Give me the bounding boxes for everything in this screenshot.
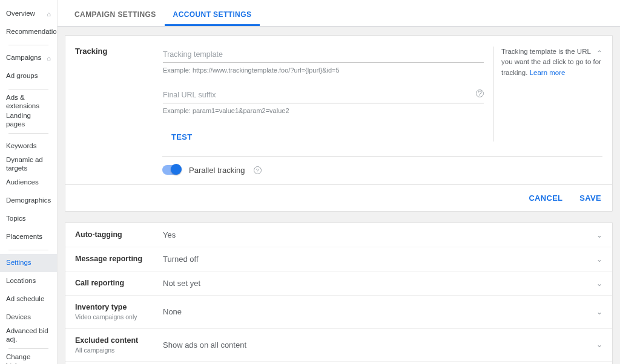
sidebar-item-label: Landing pages [6, 112, 51, 129]
sidebar-item-devices[interactable]: Devices [0, 308, 57, 327]
sidebar-item-campaigns[interactable]: Campaigns⌂ [0, 49, 57, 67]
test-button[interactable]: TEST [171, 132, 192, 141]
tab-bar: CAMPAIGN SETTINGS ACCOUNT SETTINGS [58, 0, 620, 27]
sidebar-item-label: Campaigns [6, 54, 41, 62]
sidebar-item-overview[interactable]: Overview⌂ [0, 5, 57, 23]
sidebar-item-locations[interactable]: Locations [0, 272, 57, 290]
tracking-template-example: Example: https://www.trackingtemplate.fo… [163, 67, 484, 74]
action-bar: CANCEL SAVE [65, 184, 612, 211]
tracking-card: Tracking Example: https://www.trackingte… [65, 35, 613, 212]
sidebar-item-label: Placements [6, 233, 42, 241]
tab-account-settings[interactable]: ACCOUNT SETTINGS [165, 10, 260, 26]
sidebar-item-label: Ad schedule [6, 295, 44, 304]
sidebar-item-label: Topics [6, 215, 26, 223]
final-url-suffix-example: Example: param1=value1&param2=value2 [163, 107, 484, 114]
main-pane: CAMPAIGN SETTINGS ACCOUNT SETTINGS Track… [58, 0, 620, 364]
settings-list: Auto-taggingYes⌄Message reportingTurned … [65, 223, 613, 364]
cancel-button[interactable]: CANCEL [529, 193, 562, 203]
sidebar-item-settings[interactable]: Settings [0, 254, 57, 272]
sidebar-item-placements[interactable]: Placements [0, 228, 57, 246]
setting-sub: All campaigns [75, 346, 163, 354]
setting-name: Inventory typeVideo campaigns only [75, 303, 163, 321]
chevron-down-icon: ⌄ [596, 231, 602, 239]
collapse-icon[interactable]: ⌃ [596, 48, 602, 59]
sidebar-item-label: Ad groups [6, 72, 38, 80]
parallel-tracking-toggle[interactable] [162, 165, 180, 175]
final-url-suffix-input[interactable] [163, 87, 484, 103]
setting-row-message-reporting[interactable]: Message reportingTurned off⌄ [65, 247, 612, 271]
sidebar-item-label: Dynamic ad targets [6, 156, 51, 173]
setting-name: Call reporting [75, 279, 163, 288]
sidebar-item-ad-schedule[interactable]: Ad schedule [0, 290, 57, 308]
setting-value: Yes [163, 230, 596, 239]
sidebar-item-advanced-bid-adj-[interactable]: Advanced bid adj. [0, 327, 57, 345]
setting-name: Auto-tagging [75, 230, 163, 239]
tracking-template-input[interactable] [163, 47, 484, 63]
sidebar-item-change-history[interactable]: Change history [0, 353, 57, 364]
tracking-help-panel: Tracking template is the URL you want th… [493, 47, 602, 141]
parallel-tracking-row: Parallel tracking ? [65, 157, 612, 184]
left-sidebar: Overview⌂RecommendationsCampaigns⌂Ad gro… [0, 0, 58, 364]
setting-value: Not set yet [163, 279, 596, 288]
setting-row-inventory-type[interactable]: Inventory typeVideo campaigns onlyNone⌄ [65, 295, 612, 328]
sidebar-item-label: Change history [6, 353, 51, 364]
sidebar-item-label: Demographics [6, 197, 51, 205]
learn-more-link[interactable]: Learn more [530, 69, 566, 76]
setting-name: Message reporting [75, 255, 163, 264]
setting-row-excluded-types-and-labels[interactable]: Excluded types and labelsAll campaignsSh… [65, 361, 612, 364]
setting-row-excluded-content[interactable]: Excluded contentAll campaignsShow ads on… [65, 328, 612, 362]
chevron-down-icon: ⌄ [596, 308, 602, 316]
sidebar-item-label: Audiences [6, 178, 39, 187]
sidebar-item-label: Ads & extensions [6, 94, 51, 111]
sidebar-item-ad-groups[interactable]: Ad groups [0, 67, 57, 85]
chevron-down-icon: ⌄ [596, 255, 602, 264]
sidebar-item-label: Recommendations [6, 28, 58, 36]
sidebar-separator [8, 250, 48, 250]
chevron-down-icon: ⌄ [596, 340, 602, 349]
content-scroll: Tracking Example: https://www.trackingte… [58, 27, 620, 364]
sidebar-item-label: Settings [6, 259, 31, 267]
setting-value: Show ads on all content [163, 340, 596, 349]
setting-sub: Video campaigns only [75, 313, 163, 321]
sidebar-separator [8, 348, 48, 349]
sidebar-item-recommendations[interactable]: Recommendations [0, 23, 57, 41]
tab-campaign-settings[interactable]: CAMPAIGN SETTINGS [66, 10, 165, 26]
parallel-tracking-label: Parallel tracking [189, 166, 245, 175]
setting-row-call-reporting[interactable]: Call reportingNot set yet⌄ [65, 271, 612, 295]
sidebar-item-topics[interactable]: Topics [0, 210, 57, 228]
setting-value: None [163, 307, 596, 316]
sidebar-separator [8, 133, 48, 134]
setting-row-auto-tagging[interactable]: Auto-taggingYes⌄ [65, 223, 612, 247]
sidebar-separator [8, 89, 48, 89]
home-icon: ⌂ [47, 10, 51, 18]
sidebar-item-demographics[interactable]: Demographics [0, 192, 57, 210]
sidebar-item-label: Advanced bid adj. [6, 327, 51, 344]
sidebar-item-label: Keywords [6, 142, 37, 151]
setting-value: Turned off [163, 255, 596, 264]
final-url-suffix-field: ? [163, 87, 484, 103]
sidebar-item-dynamic-ad-targets[interactable]: Dynamic ad targets [0, 155, 57, 174]
sidebar-item-label: Devices [6, 313, 31, 322]
help-icon[interactable]: ? [254, 166, 262, 174]
help-icon[interactable]: ? [476, 89, 484, 97]
sidebar-item-landing-pages[interactable]: Landing pages [0, 111, 57, 129]
tracking-title: Tracking [75, 47, 163, 141]
home-icon: ⌂ [47, 54, 51, 62]
sidebar-item-ads-extensions[interactable]: Ads & extensions [0, 93, 57, 111]
sidebar-item-audiences[interactable]: Audiences [0, 174, 57, 192]
save-button[interactable]: SAVE [579, 193, 601, 203]
setting-name: Excluded contentAll campaigns [75, 336, 163, 354]
sidebar-item-label: Overview [6, 10, 35, 18]
tracking-template-field [163, 47, 484, 63]
sidebar-separator [8, 45, 48, 45]
sidebar-item-label: Locations [6, 277, 36, 285]
sidebar-item-keywords[interactable]: Keywords [0, 137, 57, 155]
chevron-down-icon: ⌄ [596, 279, 602, 288]
